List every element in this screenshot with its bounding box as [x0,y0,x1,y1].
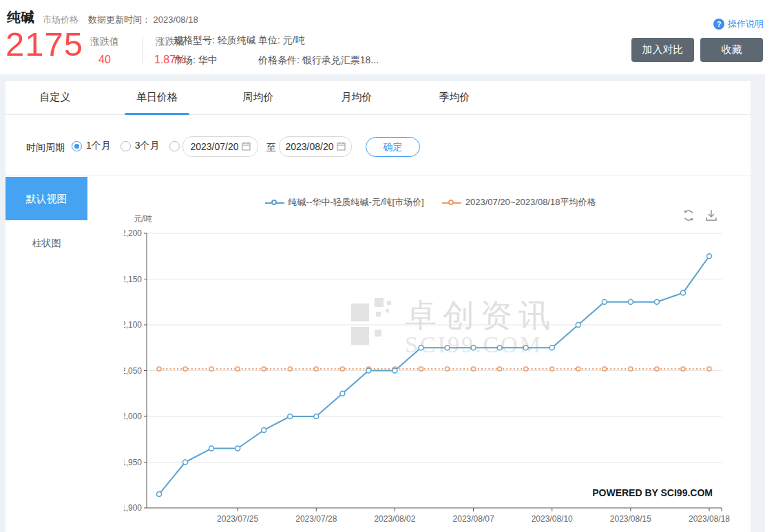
chart-toolbar [682,209,718,222]
condition-label: 价格条件: 银行承兑汇票18... [258,54,379,67]
update-time: 数据更新时间： 2023/08/18 [88,14,198,26]
svg-text:1,950: 1,950 [124,458,142,467]
start-date-value: 2023/07/20 [190,141,238,152]
active-tab-underline [125,113,189,115]
svg-text:2023/08/07: 2023/08/07 [453,514,494,524]
tab-bar: 自定义单日价格周均价月均价季均价 [6,81,751,115]
current-price: 2175 [6,25,83,63]
spec-market-block: 规格型号: 轻质纯碱 市场: 华中 [174,34,256,67]
legend-label: 纯碱--华中-轻质纯碱-元/吨[市场价] [289,196,424,209]
divider [143,37,143,63]
main-card: 自定义单日价格周均价月均价季均价 时间周期 1个月3个月1年 2023/07/2… [6,81,751,532]
tab-3[interactable]: 周均价 [243,91,274,104]
svg-text:1,900: 1,900 [124,503,142,513]
confirm-button[interactable]: 确定 [366,137,420,157]
svg-text:2023/08/15: 2023/08/15 [610,514,651,524]
change-value: 40 [90,54,119,66]
period-option-3个月[interactable]: 3个月 [120,140,160,152]
svg-text:2,150: 2,150 [124,275,142,284]
help-link[interactable]: ? 操作说明 [713,18,764,30]
to-label: 至 [266,142,276,154]
legend-line-circle-icon [442,200,461,206]
divider [6,175,751,176]
question-icon: ? [713,19,724,30]
calendar-icon [242,138,251,157]
svg-text:2,000: 2,000 [124,412,142,421]
help-label: 操作说明 [728,18,764,30]
svg-text:2,050: 2,050 [124,366,142,376]
refresh-icon[interactable] [682,209,695,222]
radio-icon[interactable] [72,141,82,151]
svg-text:2,100: 2,100 [124,320,142,330]
period-radio-group: 1个月3个月1年 [72,140,198,152]
spec-label: 规格型号: 轻质纯碱 [174,34,256,47]
download-icon[interactable] [704,209,718,222]
chart-area: 纯碱--华中-轻质纯碱-元/吨[市场价]2023/07/20~2023/08/1… [110,186,751,532]
unit-condition-block: 单位: 元/吨 价格条件: 银行承兑汇票18... [258,34,379,67]
unit-label: 单位: 元/吨 [258,34,379,47]
add-compare-button[interactable]: 加入对比 [631,38,694,62]
svg-text:2023/07/28: 2023/07/28 [295,514,337,524]
price-line-chart[interactable]: 2,2002,1502,1002,0502,0001,9501,9002023/… [124,224,744,530]
legend-line-circle-icon [265,200,284,206]
sidebar-item-default-view[interactable]: 默认视图 [6,177,87,220]
calendar-icon [337,138,346,157]
svg-text:2023/08/18: 2023/08/18 [689,514,730,524]
legend-label: 2023/07/20~2023/08/18平均价格 [465,196,596,209]
tab-5[interactable]: 季均价 [439,91,470,104]
start-date-input[interactable]: 2023/07/20 [182,136,258,157]
period-option-1个月[interactable]: 1个月 [72,140,111,152]
radio-icon[interactable] [120,141,131,151]
legend-item-1[interactable]: 纯碱--华中-轻质纯碱-元/吨[市场价] [265,196,424,209]
sidebar-item-bar-chart[interactable]: 柱状图 [6,233,87,253]
page-title: 纯碱 [7,8,34,27]
market-label: 市场: 华中 [174,54,256,67]
tab-1[interactable]: 自定义 [40,91,71,104]
svg-text:2023/08/10: 2023/08/10 [532,514,573,524]
favorite-button[interactable]: 收藏 [700,38,763,62]
tab-2[interactable]: 单日价格 [136,91,178,104]
change-value-block: 涨跌值 40 [90,36,119,66]
radio-icon[interactable] [169,141,180,151]
end-date-input[interactable]: 2023/08/20 [279,136,352,157]
legend-item-2[interactable]: 2023/07/20~2023/08/18平均价格 [442,196,596,209]
change-value-label: 涨跌值 [90,36,119,48]
svg-text:2023/07/25: 2023/07/25 [217,514,258,524]
end-date-value: 2023/08/20 [285,141,333,152]
svg-text:2023/08/02: 2023/08/02 [374,514,415,524]
radio-label: 3个月 [135,140,160,152]
period-label: 时间周期 [26,142,65,154]
chart-legend: 纯碱--华中-轻质纯碱-元/吨[市场价]2023/07/20~2023/08/1… [110,196,751,209]
svg-text:2,200: 2,200 [124,228,142,238]
tab-4[interactable]: 月均价 [342,91,373,104]
header-card: 纯碱 市场价格 数据更新时间： 2023/08/18 ? 操作说明 2175 涨… [0,0,765,74]
radio-label: 1个月 [86,140,111,152]
